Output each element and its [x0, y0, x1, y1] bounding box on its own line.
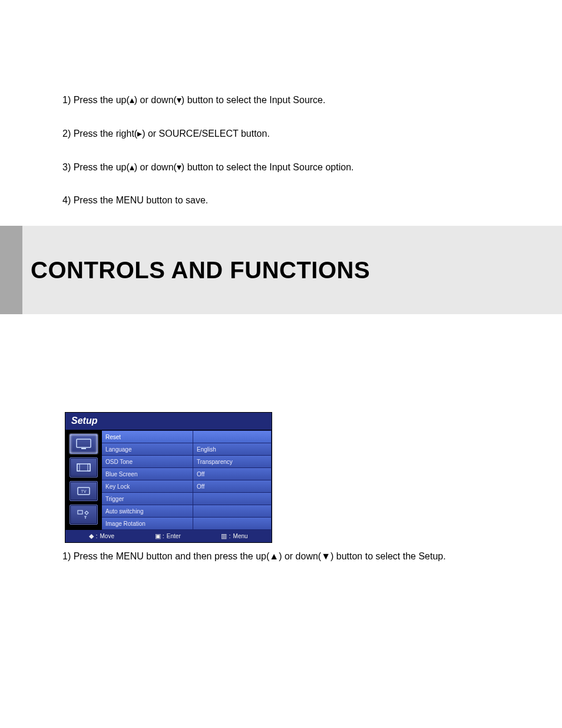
osd-row-autoswitching[interactable]: Auto switching — [102, 505, 271, 517]
picture-icon[interactable] — [70, 434, 98, 454]
osd-value: Off — [193, 480, 271, 492]
osd-value: Transparency — [193, 456, 271, 467]
osd-value — [193, 493, 271, 505]
instruction-list: 1) Press the up(▴) or down(▾) button to … — [0, 0, 562, 206]
osd-sidebar: TV — [65, 430, 102, 530]
enter-icon: ▣ : — [155, 532, 164, 540]
osd-value — [193, 505, 271, 517]
osd-title: Setup — [65, 413, 272, 430]
movie-icon[interactable] — [70, 457, 98, 477]
osd-value — [193, 431, 271, 443]
svg-text:TV: TV — [81, 489, 87, 493]
setup-icon[interactable] — [70, 505, 98, 525]
instruction-step: 3) Press the up(▴) or down(▾) button to … — [62, 162, 562, 173]
osd-row-trigger[interactable]: Trigger — [102, 493, 271, 505]
osd-row-keylock[interactable]: Key LockOff — [102, 480, 271, 492]
osd-label: Language — [102, 443, 193, 455]
osd-label: Trigger — [102, 493, 193, 505]
instruction-step: 2) Press the right(▸) or SOURCE/SELECT b… — [62, 128, 562, 139]
osd-label: Key Lock — [102, 480, 193, 492]
osd-label: Reset — [102, 431, 193, 443]
osd-value: English — [193, 443, 271, 455]
osd-row-osdtone[interactable]: OSD ToneTransparency — [102, 456, 271, 467]
osd-value — [193, 518, 271, 529]
osd-value: Off — [193, 468, 271, 480]
svg-rect-2 — [77, 464, 90, 471]
osd-settings-table: Reset LanguageEnglish OSD ToneTransparen… — [102, 430, 272, 530]
osd-label: OSD Tone — [102, 456, 193, 467]
osd-hint-enter: ▣ :Enter — [155, 532, 181, 540]
menu-icon: ▥ : — [221, 532, 230, 540]
updown-icon: ◆ : — [89, 532, 97, 540]
osd-row-imagerotation[interactable]: Image Rotation — [102, 518, 271, 529]
osd-row-reset[interactable]: Reset — [102, 431, 271, 443]
osd-hint-move: ◆ :Move — [89, 532, 114, 540]
osd-label: Image Rotation — [102, 518, 193, 529]
osd-label: Blue Screen — [102, 468, 193, 480]
caption-step: 1) Press the MENU button and then press … — [62, 551, 562, 562]
osd-row-language[interactable]: LanguageEnglish — [102, 443, 271, 455]
section-title: CONTROLS AND FUNCTIONS — [31, 257, 370, 284]
osd-row-bluescreen[interactable]: Blue ScreenOff — [102, 468, 271, 480]
svg-rect-0 — [77, 439, 91, 447]
osd-label: Auto switching — [102, 505, 193, 517]
tv-icon[interactable]: TV — [70, 481, 98, 501]
instruction-step: 4) Press the MENU button to save. — [62, 195, 562, 206]
osd-footer: ◆ :Move ▣ :Enter ▥ :Menu — [65, 530, 272, 542]
section-tab — [0, 226, 22, 314]
svg-rect-7 — [78, 510, 82, 514]
osd-hint-menu: ▥ :Menu — [221, 532, 247, 540]
instruction-step: 1) Press the up(▴) or down(▾) button to … — [62, 94, 562, 106]
section-band: CONTROLS AND FUNCTIONS — [22, 226, 562, 314]
section-heading-band: CONTROLS AND FUNCTIONS — [0, 226, 562, 314]
osd-menu: Setup TV Reset LanguageEnglish OSD — [65, 412, 272, 543]
svg-rect-1 — [81, 448, 86, 449]
